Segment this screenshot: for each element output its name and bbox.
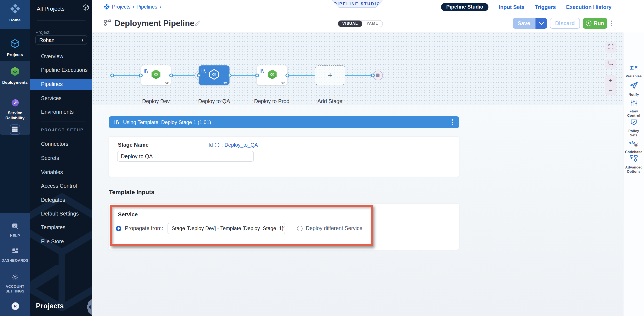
harness-logo-icon [104,4,110,10]
stage-node-deploy-to-prod[interactable]: ∞ </> [257,65,287,85]
toolbar-row: Deployment Pipeline VISUAL YAML Save Dis… [92,14,644,33]
cube-icon [10,39,20,51]
nav-projects[interactable]: Projects [0,39,30,57]
breadcrumb: Projects › Pipelines › [104,4,161,10]
panel-item-flow-control[interactable]: Flow Control [624,99,644,118]
cd-stage-icon: ∞ [208,69,220,82]
user-avatar[interactable]: R [12,302,19,310]
nav-home[interactable]: Home [0,4,30,23]
tab-execution-history[interactable]: Execution History [566,4,612,10]
deploy-different-service-radio[interactable] [297,226,302,231]
breadcrumb-separator: › [133,4,134,10]
template-icon [144,67,148,75]
nav-service-reliability-label: Service Reliability [2,110,28,121]
tab-pipeline-studio[interactable]: Pipeline Studio [441,3,488,11]
sidebar-item-default-settings[interactable]: Default Settings [30,208,92,219]
policy-shield-icon [630,118,638,128]
flow-control-sliders-icon [630,99,638,108]
harness-home-icon [10,4,20,16]
app-root: Home Projects ∞ Deployments [0,0,644,316]
divider [41,121,86,121]
zoom-in-button[interactable]: + [605,75,616,85]
sidebar-item-pipelines[interactable]: Pipelines [30,79,92,90]
stage-id-value[interactable]: Deploy_to_QA [224,142,258,148]
tab-triggers[interactable]: Triggers [535,4,556,10]
template-icon [201,67,206,75]
fullscreen-icon [608,44,614,51]
using-template-text: Using Template: Deploy Stage 1 (1.01) [123,119,211,125]
module-grid-button[interactable] [10,124,20,135]
plus-icon: + [328,70,332,80]
add-stage-button[interactable]: + [315,65,345,85]
gear-icon [11,274,18,283]
toggle-yaml[interactable]: YAML [362,21,382,27]
tab-input-sets[interactable]: Input Sets [499,4,524,10]
template-menu-button[interactable] [451,118,454,126]
discard-button[interactable]: Discard [550,18,580,29]
nav-account-settings[interactable]: ACCOUNT SETTINGS [0,274,30,293]
pipeline-studio-badge: PIPELINE STUDIO [332,0,383,8]
select-region-button[interactable] [605,59,616,69]
stage-name-input[interactable] [117,151,254,162]
service-propagate-row: Propagate from: Stage [Deploy Dev] - Tem… [116,222,362,234]
help-chat-icon: ? [11,223,19,232]
stage-node-deploy-to-qa[interactable]: ∞ </> [199,65,230,85]
add-stage-label: Add Stage [306,98,354,104]
svg-text:∞: ∞ [13,68,17,74]
sidebar-item-templates[interactable]: Templates [30,222,92,233]
pipeline-graph-icon [104,19,112,29]
panel-item-advanced-options[interactable]: Advanced Options [624,154,644,174]
breadcrumb-pipelines[interactable]: Pipelines [136,4,157,10]
propagate-from-radio[interactable] [116,226,121,231]
all-projects-title[interactable]: All Projects [37,6,64,12]
zoom-out-button[interactable]: − [605,85,616,95]
dashboards-icon [11,248,18,256]
panel-item-policy-sets[interactable]: Policy Sets [624,118,644,138]
advanced-options-icon [630,154,638,164]
edit-pencil-icon[interactable] [194,20,201,29]
breadcrumb-separator: › [160,4,161,10]
sidebar-item-file-store[interactable]: File Store [30,236,92,247]
info-icon[interactable] [214,142,220,148]
toggle-visual[interactable]: VISUAL [338,21,362,27]
project-label: Project [36,30,49,35]
sidebar-item-access-control[interactable]: Access Control [30,180,92,192]
notify-plane-icon [630,81,638,92]
panel-item-notify[interactable]: Notify [624,81,644,97]
nav-dashboards[interactable]: DASHBOARDS [0,248,30,263]
save-dropdown-button[interactable] [535,18,547,29]
pipeline-canvas[interactable]: ∞ </> ∞ </> [92,33,624,105]
project-selector[interactable]: Rohan › [36,36,87,45]
codebase-icon: </> [629,139,638,149]
sidebar-item-delegates[interactable]: Delegates [30,195,92,206]
sidebar-item-connectors[interactable]: Connectors [30,139,92,150]
breadcrumb-projects[interactable]: Projects [112,4,130,10]
sidebar-item-overview[interactable]: Overview [30,51,92,62]
panel-item-codebase[interactable]: </> Codebase [624,139,644,155]
run-button[interactable]: Run [583,18,607,29]
propagate-stage-dropdown[interactable]: Stage [Deploy Dev] - Template [Deploy_St… [167,223,285,234]
edge-line [230,75,257,76]
code-icon: </> [223,81,227,84]
all-projects-cube-icon[interactable] [82,4,89,13]
nav-help[interactable]: ? HELP [0,223,30,238]
panel-item-variables[interactable]: Σ Variables [624,64,644,79]
sidebar-item-pipeline-executions[interactable]: Pipeline Executions [30,65,92,76]
more-options-menu[interactable] [610,20,613,27]
save-button[interactable]: Save [513,18,535,29]
edge-line [287,75,315,76]
sidebar-item-secrets[interactable]: Secrets [30,153,92,164]
nav-projects-label: Projects [7,52,23,57]
fullscreen-button[interactable] [605,42,616,53]
stage-node-deploy-dev[interactable]: ∞ </> [141,65,171,85]
nav-deployments-label: Deployments [2,80,28,85]
stage-name-card: Stage Name Id : Deploy_to_QA [109,137,459,177]
nav-deployments[interactable]: ∞ Deployments [0,66,30,85]
sidebar-item-variables[interactable]: Variables [30,167,92,178]
visual-yaml-toggle[interactable]: VISUAL YAML [338,20,383,27]
node-port [371,73,374,77]
sidebar-item-environments[interactable]: Environments [30,107,92,118]
sidebar-item-services[interactable]: Services [30,93,92,104]
project-selector-value: Rohan [39,37,54,43]
nav-service-reliability[interactable]: Service Reliability [0,99,30,121]
